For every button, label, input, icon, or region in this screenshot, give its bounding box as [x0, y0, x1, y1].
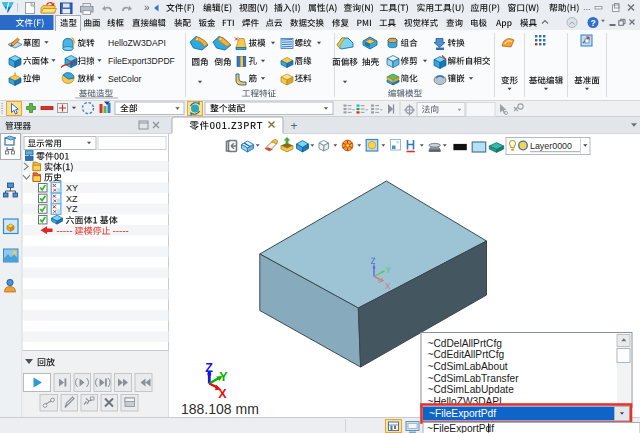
svg-text:~FileExportPdf: ~FileExportPdf [429, 408, 496, 419]
svg-text:Y: Y [386, 265, 392, 275]
svg-text:YZ: YZ [66, 204, 78, 214]
svg-text:~FileExportPdf: ~FileExportPdf [427, 423, 494, 433]
svg-text:?: ? [590, 18, 595, 28]
svg-text:Y: Y [219, 370, 228, 384]
svg-text:FileExport3DPDF: FileExport3DPDF [108, 56, 175, 66]
svg-text:X: X [385, 281, 391, 291]
svg-text:~CdDelAllPrtCfg: ~CdDelAllPrtCfg [428, 338, 503, 349]
svg-text:Z: Z [205, 361, 213, 375]
svg-text:HelloZW3DAPI: HelloZW3DAPI [108, 38, 166, 48]
svg-text:»: » [144, 2, 150, 13]
svg-text:188.108 mm: 188.108 mm [181, 401, 259, 417]
svg-text:SetColor: SetColor [108, 74, 142, 84]
svg-text:XY: XY [66, 183, 78, 193]
svg-text:+: + [290, 119, 297, 133]
svg-text:X: X [218, 387, 227, 401]
svg-text:~CdSimLabAbout: ~CdSimLabAbout [428, 361, 508, 372]
svg-text:~CdSimLabUpdate: ~CdSimLabUpdate [428, 384, 515, 395]
svg-text:XZ: XZ [66, 194, 78, 204]
svg-text:...: ... [583, 2, 591, 12]
svg-text:~CdEditAllPrtCfg: ~CdEditAllPrtCfg [428, 349, 505, 360]
svg-text:~CdSimLabTransfer: ~CdSimLabTransfer [428, 373, 520, 384]
svg-text:Layer0000: Layer0000 [530, 141, 572, 151]
